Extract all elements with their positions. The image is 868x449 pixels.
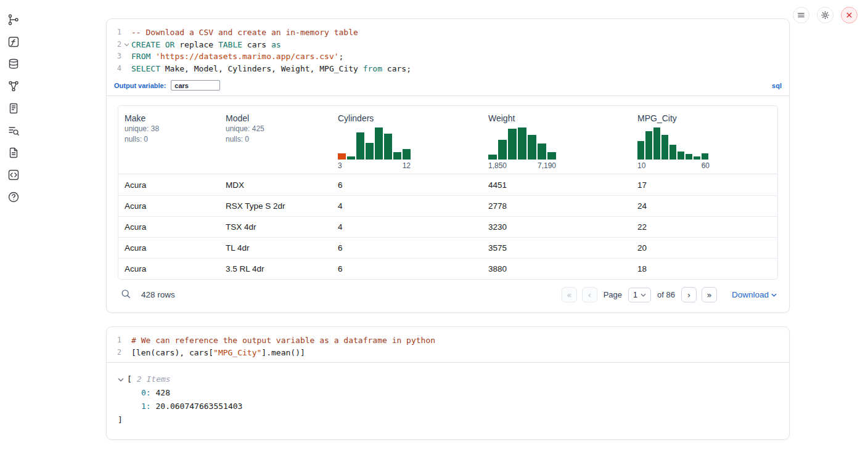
tree-collapse-toggle[interactable]: [118, 378, 127, 382]
page-total-label: of 86: [657, 290, 675, 299]
histogram-bar: [384, 134, 392, 160]
column-name: Cylinders: [338, 113, 476, 124]
histogram-bar: [498, 140, 507, 160]
outline-icon[interactable]: [7, 102, 20, 115]
prev-page-icon: ‹: [588, 290, 591, 300]
hist-min-label: 3: [338, 161, 342, 170]
table-row[interactable]: AcuraMDX6445117: [118, 174, 777, 195]
table-search-button[interactable]: [119, 288, 133, 302]
table-cell: 4: [332, 222, 482, 232]
table-cell: 2778: [482, 201, 631, 211]
page-select[interactable]: 1: [628, 288, 651, 302]
histogram-bar: [356, 132, 364, 160]
hist-max-label: 7,190: [538, 161, 556, 170]
close-button[interactable]: [841, 7, 858, 23]
code-line: 2[len(cars), cars["MPG_City"].mean()]: [107, 347, 789, 359]
table-cell: 3575: [482, 243, 631, 253]
search-icon: [120, 288, 131, 299]
sql-cell-toolbar: Output variable: sql: [107, 78, 789, 95]
table-row[interactable]: AcuraTL 4dr6357520: [118, 237, 777, 258]
column-stat: unique: 38: [125, 124, 213, 134]
column-stat: nulls: 0: [226, 134, 326, 145]
histogram-bar: [661, 135, 668, 160]
table-cell: Acura: [118, 201, 219, 211]
last-page-button[interactable]: »: [702, 287, 717, 302]
table-row[interactable]: AcuraRSX Type S 2dr4277824: [118, 195, 777, 216]
histogram-bar: [702, 153, 708, 160]
documentation-icon[interactable]: [7, 146, 20, 160]
datasources-icon[interactable]: [7, 57, 20, 71]
line-number: 1: [107, 26, 121, 39]
search-icon[interactable]: [7, 124, 20, 137]
next-page-icon: ›: [687, 290, 691, 300]
output-variable-input[interactable]: [171, 80, 220, 91]
table-cell: TSX 4dr: [219, 222, 332, 232]
chevron-down-icon: [641, 293, 646, 297]
python-cell: 1# We can reference the output variable …: [106, 326, 790, 440]
column-header-weight[interactable]: Weight1,8507,190: [482, 113, 631, 170]
table-cell: 4451: [482, 180, 631, 190]
histogram-bar: [637, 141, 644, 160]
tree-item-value: 20.060747663551403: [151, 402, 243, 411]
chevron-down-icon: [118, 378, 124, 382]
column-name: Model: [226, 113, 326, 124]
table-footer: 428 rows « ‹ Page 1 of 86 › » Download: [118, 280, 778, 305]
column-header-cylinders[interactable]: Cylinders312: [332, 113, 482, 170]
table-cell: 6: [332, 180, 482, 190]
column-histogram: 1,8507,190: [488, 127, 556, 170]
file-explorer-icon[interactable]: [7, 13, 20, 26]
line-number: 2: [107, 347, 121, 359]
fold-toggle-icon[interactable]: [121, 39, 131, 51]
code-line: 3FROM 'https://datasets.marimo.app/cars.…: [107, 51, 789, 63]
table-cell: TL 4dr: [219, 243, 332, 253]
column-header-mpg_city[interactable]: MPG_City1060: [631, 113, 777, 170]
sql-code-editor[interactable]: 1-- Download a CSV and create an in-memo…: [107, 19, 789, 78]
table-row[interactable]: Acura3.5 RL 4dr6388018: [118, 258, 777, 279]
histogram-bar: [338, 153, 346, 160]
language-badge: sql: [772, 82, 782, 89]
settings-button[interactable]: [817, 7, 833, 23]
table-cell: Acura: [118, 222, 219, 232]
first-page-button[interactable]: «: [562, 287, 577, 302]
menu-button[interactable]: [793, 7, 809, 23]
menu-icon: [796, 10, 806, 20]
sql-cell-output: Makeunique: 38nulls: 0Modelunique: 425nu…: [107, 95, 789, 312]
hist-max-label: 60: [702, 161, 710, 170]
histogram-bar: [518, 127, 526, 160]
table-cell: Acura: [118, 243, 219, 253]
tree-item-key: 0:: [141, 388, 151, 397]
python-code-editor[interactable]: 1# We can reference the output variable …: [107, 327, 789, 362]
data-table: Makeunique: 38nulls: 0Modelunique: 425nu…: [118, 105, 778, 280]
table-cell: 20: [631, 243, 777, 253]
help-icon[interactable]: [7, 190, 20, 204]
dependencies-icon[interactable]: [7, 79, 20, 93]
open-bracket: [: [127, 373, 132, 386]
download-label: Download: [732, 290, 769, 299]
first-page-icon: «: [567, 290, 572, 300]
histogram-bar: [488, 155, 497, 160]
table-row[interactable]: AcuraTSX 4dr4323022: [118, 216, 777, 237]
line-number: 1: [107, 334, 121, 347]
column-name: MPG_City: [637, 113, 771, 124]
histogram-bar: [508, 129, 517, 160]
variables-icon[interactable]: [7, 35, 20, 49]
prev-page-button[interactable]: ‹: [582, 287, 597, 302]
histogram-bar: [686, 154, 692, 160]
window-actions: [793, 7, 858, 23]
table-cell: 18: [631, 264, 777, 273]
column-header-make[interactable]: Makeunique: 38nulls: 0: [118, 113, 219, 170]
row-count: 428 rows: [141, 290, 175, 299]
column-header-model[interactable]: Modelunique: 425nulls: 0: [219, 113, 332, 170]
notebook-area: 1-- Download a CSV and create an in-memo…: [106, 18, 790, 440]
next-page-button[interactable]: ›: [681, 287, 697, 302]
table-cell: MDX: [219, 180, 332, 190]
close-bracket: ]: [118, 413, 123, 427]
download-button[interactable]: Download: [732, 290, 777, 299]
column-name: Weight: [488, 113, 625, 124]
histogram-bar: [393, 152, 401, 160]
histogram-bar: [403, 149, 411, 160]
snippets-icon[interactable]: [7, 168, 20, 182]
histogram-bar: [678, 152, 684, 160]
hist-max-label: 12: [403, 161, 411, 170]
code-line: 1# We can reference the output variable …: [107, 334, 789, 347]
